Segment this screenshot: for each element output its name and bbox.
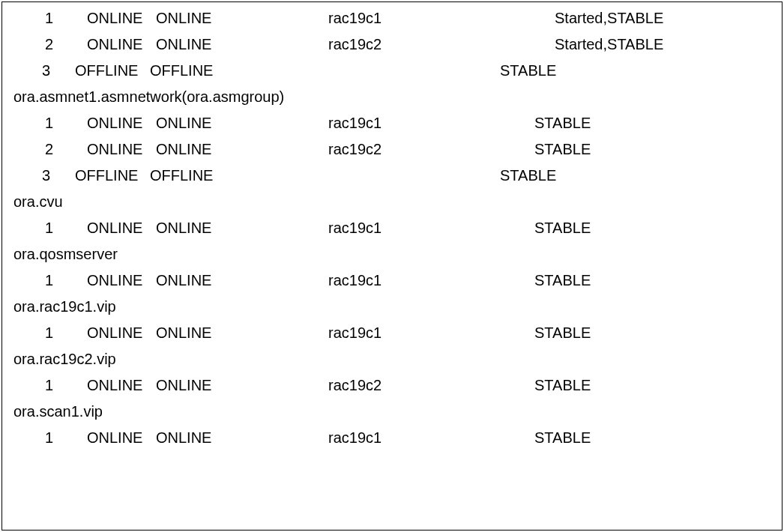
resource-label: ora.asmnet1.asmnetwork(ora.asmgroup) xyxy=(2,84,782,110)
state-details: STABLE xyxy=(474,110,782,136)
current-state: ONLINE xyxy=(156,267,231,294)
current-state: ONLINE xyxy=(156,110,231,136)
instance-number: 2 xyxy=(2,31,81,58)
status-row: 2ONLINEONLINErac19c2STABLE xyxy=(2,136,782,163)
status-row: 3OFFLINEOFFLINESTABLE xyxy=(2,58,782,84)
current-state: OFFLINE xyxy=(150,58,225,84)
target-state: ONLINE xyxy=(81,267,156,294)
state-details: STABLE xyxy=(468,58,782,84)
server-name: rac19c1 xyxy=(231,425,474,451)
server-name: rac19c1 xyxy=(231,320,474,346)
server-name: rac19c1 xyxy=(231,267,474,294)
state-details: STABLE xyxy=(474,267,782,294)
server-name: rac19c2 xyxy=(231,136,474,163)
instance-number: 1 xyxy=(2,5,81,31)
resource-label: ora.scan1.vip xyxy=(2,399,782,425)
current-state: ONLINE xyxy=(156,320,231,346)
server-name: rac19c1 xyxy=(231,110,474,136)
status-row: 1ONLINEONLINErac19c1STABLE xyxy=(2,267,782,294)
status-output: 1ONLINEONLINErac19c1Started,STABLE2ONLIN… xyxy=(2,5,782,451)
current-state: ONLINE xyxy=(156,5,231,31)
state-details: STABLE xyxy=(474,136,782,163)
state-details: STABLE xyxy=(474,425,782,451)
target-state: ONLINE xyxy=(81,5,156,31)
target-state: ONLINE xyxy=(81,110,156,136)
instance-number: 1 xyxy=(2,320,81,346)
target-state: ONLINE xyxy=(81,215,156,241)
resource-label: ora.rac19c1.vip xyxy=(2,294,782,320)
output-container: 1ONLINEONLINErac19c1Started,STABLE2ONLIN… xyxy=(1,1,783,531)
current-state: ONLINE xyxy=(156,215,231,241)
instance-number: 1 xyxy=(2,372,81,399)
status-row: 1ONLINEONLINErac19c1STABLE xyxy=(2,425,782,451)
status-row: 1ONLINEONLINErac19c2STABLE xyxy=(2,372,782,399)
instance-number: 1 xyxy=(2,215,81,241)
status-row: 1ONLINEONLINErac19c1STABLE xyxy=(2,320,782,346)
status-row: 3OFFLINEOFFLINESTABLE xyxy=(2,163,782,189)
current-state: ONLINE xyxy=(156,136,231,163)
resource-label: ora.cvu xyxy=(2,189,782,215)
target-state: ONLINE xyxy=(81,136,156,163)
status-row: 1ONLINEONLINErac19c1Started,STABLE xyxy=(2,5,782,31)
server-name: rac19c2 xyxy=(231,372,474,399)
current-state: ONLINE xyxy=(156,425,231,451)
target-state: ONLINE xyxy=(81,372,156,399)
target-state: ONLINE xyxy=(81,320,156,346)
resource-label: ora.rac19c2.vip xyxy=(2,346,782,372)
target-state: OFFLINE xyxy=(75,163,150,189)
resource-label: ora.qosmserver xyxy=(2,241,782,267)
target-state: OFFLINE xyxy=(75,58,150,84)
state-details: STABLE xyxy=(468,163,782,189)
instance-number: 3 xyxy=(2,163,75,189)
instance-number: 1 xyxy=(2,425,81,451)
status-row: 2ONLINEONLINErac19c2Started,STABLE xyxy=(2,31,782,58)
server-name: rac19c2 xyxy=(231,31,474,58)
state-details: Started,STABLE xyxy=(474,5,782,31)
current-state: ONLINE xyxy=(156,31,231,58)
status-row: 1ONLINEONLINErac19c1STABLE xyxy=(2,215,782,241)
instance-number: 2 xyxy=(2,136,81,163)
instance-number: 1 xyxy=(2,267,81,294)
state-details: STABLE xyxy=(474,372,782,399)
state-details: STABLE xyxy=(474,215,782,241)
server-name: rac19c1 xyxy=(231,5,474,31)
state-details: Started,STABLE xyxy=(474,31,782,58)
target-state: ONLINE xyxy=(81,31,156,58)
instance-number: 1 xyxy=(2,110,81,136)
instance-number: 3 xyxy=(2,58,75,84)
current-state: ONLINE xyxy=(156,372,231,399)
status-row: 1ONLINEONLINErac19c1STABLE xyxy=(2,110,782,136)
target-state: ONLINE xyxy=(81,425,156,451)
state-details: STABLE xyxy=(474,320,782,346)
server-name: rac19c1 xyxy=(231,215,474,241)
current-state: OFFLINE xyxy=(150,163,225,189)
